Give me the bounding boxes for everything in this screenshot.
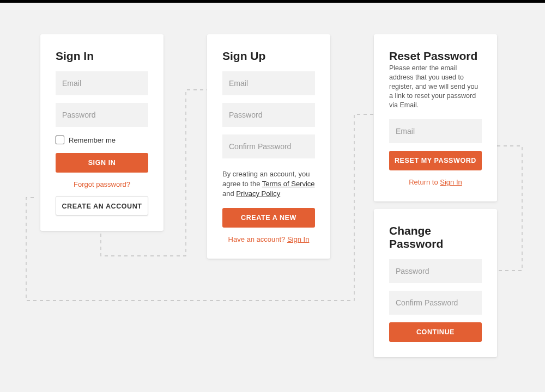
signup-email-input[interactable] [222,71,315,95]
have-account-line: Have an account? Sign In [222,235,315,243]
reset-subtext: Please enter the email address that you … [389,64,482,109]
signin-title: Sign In [56,50,148,63]
create-account-button[interactable]: CREATE AN ACCOUNT [56,196,148,216]
change-card: Change Password CONTINUE [374,209,497,357]
canvas: Sign In Remember me SIGN IN Forgot passw… [0,3,545,392]
return-line: Return to Sign In [389,178,482,186]
signup-signin-link[interactable]: Sign In [287,235,309,243]
create-new-account-button[interactable]: CREATE A NEW ACCOUNT [222,208,315,228]
forgot-password-link[interactable]: Forgot password? [56,180,148,188]
reset-password-button[interactable]: RESET MY PASSWORD [389,151,482,170]
remember-me-row[interactable]: Remember me [56,136,148,144]
signin-password-input[interactable] [56,103,148,127]
change-confirm-input[interactable] [389,291,482,315]
signup-password-input[interactable] [222,103,315,127]
terms-of-service-link[interactable]: Terms of Service [262,180,315,188]
reset-title: Reset Password [389,50,482,63]
change-password-input[interactable] [389,259,482,283]
signup-title: Sign Up [222,50,315,63]
continue-button[interactable]: CONTINUE [389,322,482,342]
signin-button[interactable]: SIGN IN [56,153,148,173]
signin-email-input[interactable] [56,71,148,95]
reset-email-input[interactable] [389,119,482,143]
signin-card: Sign In Remember me SIGN IN Forgot passw… [40,34,164,231]
privacy-policy-link[interactable]: Privacy Policy [236,189,280,198]
change-title: Change Password [389,224,482,250]
remember-me-checkbox[interactable] [56,136,64,144]
signup-card: Sign Up By creating an account, you agre… [207,34,330,259]
remember-me-label: Remember me [69,136,116,144]
signup-confirm-input[interactable] [222,134,315,158]
reset-signin-link[interactable]: Sign In [440,178,462,186]
signup-terms-note: By creating an account, you agree to the… [222,169,315,199]
reset-card: Reset Password Please enter the email ad… [374,34,497,201]
